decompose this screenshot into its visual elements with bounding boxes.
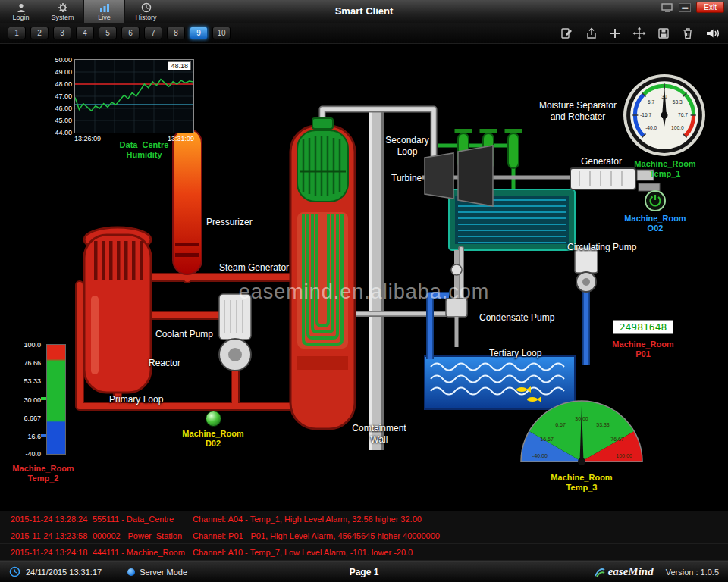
reactor-graphic	[84, 227, 151, 393]
move-icon[interactable]	[632, 27, 646, 40]
svg-text:53.33: 53.33	[596, 422, 610, 427]
power-button[interactable]	[644, 189, 667, 212]
pressurizer-graphic	[173, 129, 202, 274]
steam-generator-graphic	[290, 118, 355, 429]
edit-icon[interactable]	[560, 27, 573, 40]
alarm-source: 555111 - Data_Centre	[93, 515, 193, 524]
humidity-trend-chart: 50.00 49.00 48.00 47.00 46.00 45.00 44.0…	[47, 59, 194, 142]
label-tertiary-loop: Tertiary Loop	[489, 348, 541, 358]
clock-icon	[9, 566, 20, 577]
page-button-2[interactable]: 2	[30, 27, 49, 39]
statusbar-datetime: 24/11/2015 13:31:17	[26, 568, 102, 577]
nav-history-button[interactable]: History	[125, 0, 167, 23]
alarm-time: 2015-11-24 13:28:24	[0, 515, 93, 524]
page-button-4[interactable]: 4	[76, 27, 94, 39]
minimize-button[interactable]: ▬	[679, 3, 691, 12]
alarm-row[interactable]: 2015-11-24 13:28:24 555111 - Data_Centre…	[0, 511, 728, 527]
nav-history-label: History	[135, 14, 156, 21]
label-circulating-pump: Circulating Pump	[567, 242, 636, 252]
nav-login-button[interactable]: Login	[0, 0, 42, 23]
svg-text:-16.7: -16.7	[640, 112, 651, 117]
live-chart-icon	[99, 2, 110, 13]
svg-text:6.67: 6.67	[555, 422, 566, 427]
add-icon[interactable]	[608, 27, 622, 40]
temp2-label: Machine_RoomTemp_2	[12, 464, 74, 483]
temp1-gauge: -40.0 -16.7 6.7 30 53.3 76.7 100.0	[622, 73, 707, 158]
exit-button[interactable]: Exit	[696, 2, 724, 13]
label-pressurizer: Pressurizer	[206, 217, 253, 227]
temp1-label: Machine_RoomTemp_1	[634, 159, 695, 179]
volume-icon[interactable]	[705, 27, 720, 40]
save-icon[interactable]	[657, 27, 670, 40]
svg-text:100.0: 100.0	[671, 125, 684, 130]
svg-text:6.7: 6.7	[648, 99, 655, 105]
mimic-canvas: easemind.en.alibaba.com Moisture Separat…	[0, 44, 728, 511]
temp2-bar	[46, 344, 66, 455]
svg-text:76.67: 76.67	[610, 436, 624, 442]
page-button-8[interactable]: 8	[167, 27, 185, 39]
label-moisture-separator: Moisture Separatorand Reheater	[539, 100, 617, 123]
svg-text:76.7: 76.7	[678, 112, 688, 117]
o02-label: Machine_RoomO02	[624, 214, 686, 233]
temp2-scale: 100.0 76.66 53.33 30.00 6.667 -16.6 -40.…	[14, 344, 42, 455]
server-mode-indicator: Server Mode	[127, 568, 187, 577]
label-generator: Generator	[581, 156, 622, 167]
humidity-label: Data_CentreHumidity	[120, 140, 169, 160]
history-clock-icon	[141, 2, 152, 13]
login-icon	[16, 2, 27, 13]
alarm-row[interactable]: 2015-11-24 13:24:18 444111 - Machine_Roo…	[0, 544, 728, 561]
coolant-pump-graphic	[219, 294, 251, 371]
easemind-brand: easeMind	[594, 565, 654, 578]
watermark: easemind.en.alibaba.com	[239, 280, 490, 304]
trend-plot-area: 48.18	[74, 59, 194, 133]
label-reactor: Reactor	[149, 358, 180, 368]
label-secondary-loop: SecondaryLoop	[385, 135, 428, 158]
page-button-1[interactable]: 1	[8, 27, 26, 39]
titlebar: Login System Live History Smart Client ▬…	[0, 0, 728, 23]
delete-icon[interactable]	[681, 27, 695, 40]
label-turbine: Turbine	[391, 173, 422, 183]
easemind-logo-icon	[594, 567, 606, 577]
trend-current-value: 48.18	[168, 61, 191, 70]
nav-live-label: Live	[98, 14, 111, 21]
svg-text:-16.67: -16.67	[538, 436, 554, 442]
statusbar-clock: 24/11/2015 13:31:17	[9, 566, 102, 577]
alarm-time: 2015-11-24 13:23:58	[0, 531, 93, 540]
export-icon[interactable]	[584, 27, 598, 40]
svg-text:-40.00: -40.00	[532, 453, 548, 458]
page-button-3[interactable]: 3	[53, 27, 71, 39]
setpoint-marker-low	[41, 434, 46, 437]
label-primary-loop: Primary Loop	[109, 394, 163, 405]
nav-live-button[interactable]: Live	[83, 0, 125, 23]
alarm-source: 444111 - Machine_Room	[93, 548, 193, 557]
gear-icon	[58, 2, 68, 13]
label-coolant-pump: Coolant Pump	[155, 329, 213, 340]
toolbar-icons	[560, 27, 720, 40]
label-condensate-pump: Condensate Pump	[479, 312, 554, 323]
page-button-5[interactable]: 5	[99, 27, 117, 39]
alarm-source: 000002 - Power_Station	[93, 531, 193, 540]
page-button-10[interactable]: 10	[212, 27, 231, 39]
alarm-message: Channel: P01 - P01, High Level Alarm, 45…	[193, 531, 728, 540]
svg-text:53.3: 53.3	[673, 99, 682, 105]
nav-system-button[interactable]: System	[42, 0, 83, 23]
label-containment-wall: ComtainmentWall	[352, 423, 406, 446]
alarm-message: Channel: A10 - Temp_7, Low Level Alarm, …	[193, 548, 728, 557]
temp3-label: Machine_RoomTemp_3	[551, 473, 612, 493]
svg-text:-40.0: -40.0	[645, 125, 657, 130]
p01-value: 24981648	[620, 321, 667, 333]
alarm-list: 2015-11-24 13:28:24 555111 - Data_Centre…	[0, 511, 728, 561]
page-button-7[interactable]: 7	[144, 27, 162, 39]
p01-label: Machine_RoomP01	[612, 340, 673, 359]
temp2-bar-gauge: 100.0 76.66 53.33 30.00 6.667 -16.6 -40.…	[14, 344, 66, 455]
alarm-row[interactable]: 2015-11-24 13:23:58 000002 - Power_Stati…	[0, 527, 728, 544]
page-toolbar: 1 2 3 4 5 6 7 8 9 10	[0, 23, 728, 44]
svg-text:100.00: 100.00	[616, 453, 632, 458]
display-icon[interactable]	[661, 3, 673, 12]
statusbar-right: easeMind Version : 1.0.5	[594, 565, 719, 578]
statusbar: 24/11/2015 13:31:17 Server Mode Page 1 e…	[0, 561, 728, 582]
page-button-9[interactable]: 9	[190, 27, 208, 39]
page-button-6[interactable]: 6	[121, 27, 140, 39]
smart-client-window: Login System Live History Smart Client ▬…	[0, 0, 728, 582]
alarm-message: Channel: A04 - Temp_1, High Level Alarm,…	[193, 515, 728, 524]
